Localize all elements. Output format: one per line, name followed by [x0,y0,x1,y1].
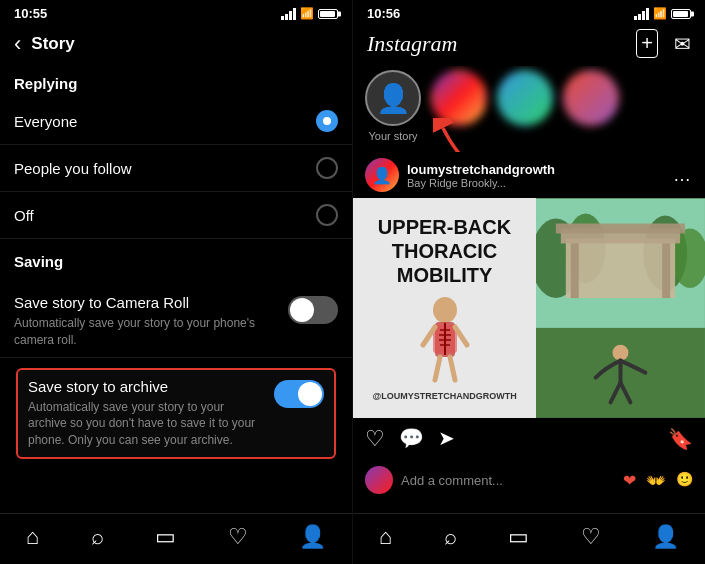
header-title: Story [31,34,74,54]
heart-emoji-button[interactable]: ❤ [623,471,636,490]
save-archive-row[interactable]: Save story to archive Automatically save… [16,368,336,459]
off-radio[interactable] [316,204,338,226]
nav-home-left[interactable]: ⌂ [26,524,39,550]
nav-home-right[interactable]: ⌂ [379,524,392,550]
comment-input[interactable]: Add a comment... [401,473,503,488]
signal-right-icon [634,8,649,20]
post-title-line3: MOBILITY [397,263,493,287]
left-panel: 10:55 📶 ‹ Story Replying Everyone People… [0,0,352,564]
story-avatar-2[interactable] [431,70,487,126]
svg-rect-21 [571,243,579,298]
nav-search-left[interactable]: ⌕ [91,524,104,550]
wifi-right-icon: 📶 [653,7,667,20]
status-bar-right: 10:56 📶 [353,0,705,25]
comment-actions: ❤ 👐 🙂 [623,471,693,490]
toggle-knob [290,298,314,322]
story-item-2[interactable] [431,70,487,142]
comment-row[interactable]: Add a comment... ❤ 👐 🙂 [353,460,705,500]
nav-heart-right[interactable]: ♡ [581,524,601,550]
post-left-image: UPPER-BACK THORACIC MOBILITY [353,198,536,418]
saving-section: Saving [0,239,352,286]
your-avatar-face: 👤 [367,72,419,124]
off-label: Off [14,207,34,224]
save-archive-highlighted-container: Save story to archive Automatically save… [8,368,344,459]
post-user-info[interactable]: 👤 loumystretchandgrowth Bay Ridge Brookl… [365,158,555,192]
save-archive-toggle[interactable] [274,380,324,408]
ig-header-icons: + ✉ [636,29,691,58]
nav-profile-left[interactable]: 👤 [299,524,326,550]
post-user-row: 👤 loumystretchandgrowth Bay Ridge Brookl… [353,152,705,198]
status-icons-right: 📶 [634,7,691,20]
post-image: UPPER-BACK THORACIC MOBILITY [353,198,705,418]
svg-line-12 [450,357,455,380]
share-button[interactable]: ➤ [438,426,455,452]
nav-search-right[interactable]: ⌕ [444,524,457,550]
stories-row: 👤 Your story [353,66,705,152]
hands-emoji-button[interactable]: 👐 [646,471,666,490]
signal-icon [281,8,296,20]
post-location: Bay Ridge Brookly... [407,177,555,189]
post-title-line1: UPPER-BACK [378,215,511,239]
your-story-avatar[interactable]: 👤 [365,70,421,126]
people-follow-option[interactable]: People you follow [0,145,352,192]
save-archive-desc: Automatically save your story to your ar… [28,399,264,449]
nav-profile-right[interactable]: 👤 [652,524,679,550]
nav-heart-left[interactable]: ♡ [228,524,248,550]
like-button[interactable]: ♡ [365,426,385,452]
status-bar-left: 10:55 📶 [0,0,352,25]
status-icons-left: 📶 [281,7,338,20]
people-follow-radio[interactable] [316,157,338,179]
post-right-image [536,198,705,418]
wifi-icon: 📶 [300,7,314,20]
off-option[interactable]: Off [0,192,352,239]
archive-toggle-knob [298,382,322,406]
svg-rect-22 [662,243,670,298]
save-camera-roll-desc: Automatically save your story to your ph… [14,315,278,349]
svg-line-11 [435,357,440,380]
post-user-avatar[interactable]: 👤 [365,158,399,192]
story-avatar-4[interactable] [563,70,619,126]
save-archive-inner: Save story to archive Automatically save… [28,378,324,449]
svg-point-24 [613,345,629,361]
save-archive-text: Save story to archive Automatically save… [28,378,264,449]
post-more-button[interactable]: … [673,165,693,186]
nav-reels-right[interactable]: ▭ [508,524,529,550]
post-actions-row: ♡ 💬 ➤ 🔖 [353,418,705,460]
story-header: ‹ Story [0,25,352,67]
back-button[interactable]: ‹ [14,31,21,57]
anatomy-figure [405,295,485,385]
smiley-button[interactable]: 🙂 [676,471,693,490]
svg-rect-18 [566,238,675,298]
comment-button[interactable]: 💬 [399,426,424,452]
save-camera-roll-row[interactable]: Save story to Camera Roll Automatically … [0,286,352,358]
battery-icon [318,9,338,19]
post-watermark: @LOUMYSTRETCHANDGROWTH [372,391,516,401]
story-item-4[interactable] [563,70,619,142]
time-left: 10:55 [14,6,47,21]
save-camera-roll-title: Save story to Camera Roll [14,294,278,311]
save-camera-roll-text: Save story to Camera Roll Automatically … [14,294,278,349]
everyone-radio-selected[interactable] [316,110,338,132]
add-post-icon[interactable]: + [636,29,658,58]
story-item-3[interactable] [497,70,553,142]
story-avatar-3[interactable] [497,70,553,126]
saving-label: Saving [14,253,338,270]
post-action-left: ♡ 💬 ➤ [365,426,455,452]
everyone-option[interactable]: Everyone [0,98,352,145]
instagram-logo: Instagram [367,31,457,57]
people-follow-label: People you follow [14,160,132,177]
save-archive-title: Save story to archive [28,378,264,395]
post-user-details: loumystretchandgrowth Bay Ridge Brookly.… [407,162,555,189]
battery-right-icon [671,9,691,19]
post-username: loumystretchandgrowth [407,162,555,177]
time-right: 10:56 [367,6,400,21]
your-story-item[interactable]: 👤 Your story [365,70,421,142]
bottom-nav-left: ⌂ ⌕ ▭ ♡ 👤 [0,513,352,564]
save-camera-roll-toggle[interactable] [288,296,338,324]
messages-icon[interactable]: ✉ [674,32,691,56]
save-button-post[interactable]: 🔖 [668,427,693,451]
svg-rect-20 [556,224,685,234]
everyone-label: Everyone [14,113,77,130]
nav-reels-left[interactable]: ▭ [155,524,176,550]
your-story-label: Your story [368,130,417,142]
